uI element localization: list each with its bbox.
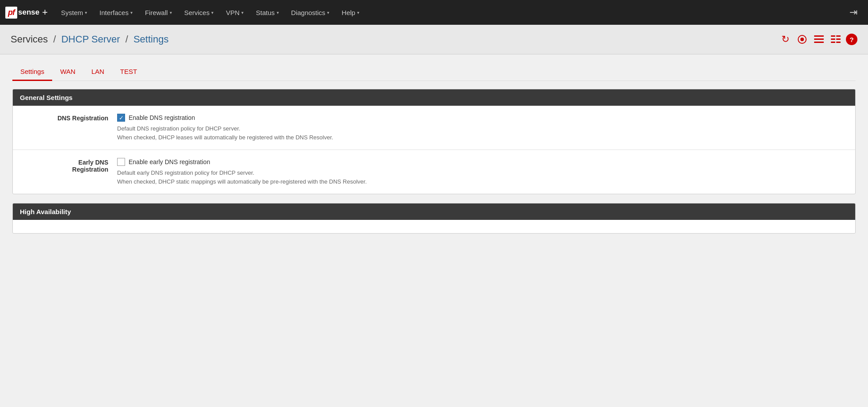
nav-item-diagnostics[interactable]: Diagnostics ▾ xyxy=(285,0,336,25)
early-dns-registration-checkbox-label: Enable early DNS registration xyxy=(129,158,210,165)
page-header: Services / DHCP Server / Settings ↻ xyxy=(0,25,868,54)
svg-point-1 xyxy=(800,38,804,41)
table-view-button[interactable] xyxy=(829,33,842,46)
high-availability-body xyxy=(13,220,855,233)
svg-rect-9 xyxy=(831,42,835,43)
caret-icon: ▾ xyxy=(85,10,87,15)
svg-rect-4 xyxy=(814,42,824,43)
nav-item-system[interactable]: System ▾ xyxy=(55,0,93,25)
tab-bar: Settings WAN LAN TEST xyxy=(12,63,856,81)
general-settings-body: DNS Registration Enable DNS registration… xyxy=(13,106,855,194)
caret-icon: ▾ xyxy=(130,10,133,15)
logout-button[interactable]: ⇥ xyxy=(844,7,863,18)
logo-plus: + xyxy=(42,7,48,18)
general-settings-section: General Settings DNS Registration Enable… xyxy=(12,89,856,194)
caret-icon: ▾ xyxy=(170,10,172,15)
nav-item-help[interactable]: Help ▾ xyxy=(335,0,365,25)
breadcrumb-settings[interactable]: Settings xyxy=(133,34,169,45)
dns-registration-checkbox-label: Enable DNS registration xyxy=(129,114,195,121)
breadcrumb-dhcp[interactable]: DHCP Server xyxy=(61,34,120,45)
nav-item-vpn[interactable]: VPN ▾ xyxy=(220,0,250,25)
nav-item-status[interactable]: Status ▾ xyxy=(250,0,285,25)
caret-icon: ▾ xyxy=(327,10,329,15)
caret-icon: ▾ xyxy=(211,10,213,15)
early-dns-registration-desc: Default early DNS registration policy fo… xyxy=(117,169,848,186)
list-view-button[interactable] xyxy=(812,33,826,46)
dns-registration-main: Enable DNS registration xyxy=(117,114,848,122)
svg-rect-2 xyxy=(814,35,824,37)
logo-text: pf xyxy=(5,7,17,19)
svg-rect-5 xyxy=(831,35,835,37)
early-dns-registration-control: Enable early DNS registration Default ea… xyxy=(117,158,848,186)
tab-settings[interactable]: Settings xyxy=(12,63,52,81)
logo: pf sense + xyxy=(5,7,48,19)
caret-icon: ▾ xyxy=(357,10,359,15)
brand-text: sense xyxy=(18,8,39,17)
early-dns-registration-checkbox[interactable] xyxy=(117,158,125,166)
dns-registration-checkbox[interactable] xyxy=(117,114,125,122)
navbar: pf sense + System ▾ Interfaces ▾ Firewal… xyxy=(0,0,868,25)
caret-icon: ▾ xyxy=(277,10,279,15)
tab-lan[interactable]: LAN xyxy=(84,63,112,81)
nav-item-services[interactable]: Services ▾ xyxy=(178,0,220,25)
nav-menu: System ▾ Interfaces ▾ Firewall ▾ Service… xyxy=(55,0,844,25)
nav-item-interfaces[interactable]: Interfaces ▾ xyxy=(93,0,139,25)
early-dns-registration-row: Early DNS Registration Enable early DNS … xyxy=(13,150,855,194)
caret-icon: ▾ xyxy=(241,10,244,15)
stop-button[interactable] xyxy=(796,33,809,46)
svg-rect-6 xyxy=(836,35,841,37)
header-actions: ↻ ? xyxy=(779,33,857,46)
early-dns-registration-main: Enable early DNS registration xyxy=(117,158,848,166)
dns-registration-desc: Default DNS registration policy for DHCP… xyxy=(117,124,848,142)
high-availability-section: High Availability xyxy=(12,203,856,234)
dns-registration-label: DNS Registration xyxy=(20,114,117,122)
dns-registration-control: Enable DNS registration Default DNS regi… xyxy=(117,114,848,142)
svg-rect-3 xyxy=(814,38,824,40)
tab-wan[interactable]: WAN xyxy=(52,63,83,81)
svg-rect-10 xyxy=(836,42,841,43)
refresh-button[interactable]: ↻ xyxy=(779,33,792,46)
general-settings-header: General Settings xyxy=(13,89,855,106)
tab-test[interactable]: TEST xyxy=(112,63,145,81)
breadcrumb-sep1: / xyxy=(53,34,58,45)
early-dns-registration-label: Early DNS Registration xyxy=(20,158,117,173)
main-content: Settings WAN LAN TEST General Settings D… xyxy=(0,54,868,251)
high-availability-header: High Availability xyxy=(13,204,855,220)
breadcrumb: Services / DHCP Server / Settings xyxy=(11,34,168,45)
breadcrumb-sep2: / xyxy=(126,34,131,45)
help-button[interactable]: ? xyxy=(846,34,857,45)
svg-rect-8 xyxy=(836,38,841,40)
dns-registration-row: DNS Registration Enable DNS registration… xyxy=(13,106,855,150)
nav-item-firewall[interactable]: Firewall ▾ xyxy=(139,0,178,25)
svg-rect-7 xyxy=(831,38,835,40)
breadcrumb-services: Services xyxy=(11,34,48,45)
